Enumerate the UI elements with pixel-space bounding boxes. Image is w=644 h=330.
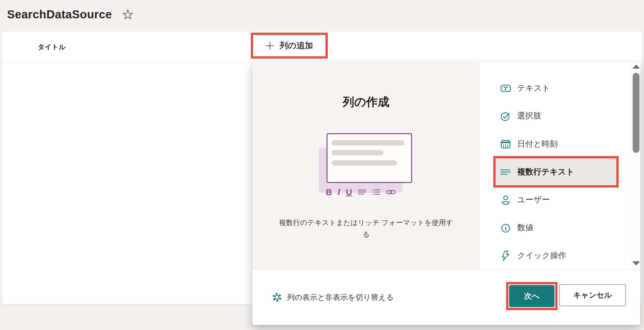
svg-text:1: 1 <box>504 225 507 231</box>
scrollbar-up-arrow-icon[interactable] <box>632 65 640 69</box>
underline-icon: U <box>346 188 352 196</box>
create-column-flyout: 列の作成 B I U <box>252 62 640 325</box>
column-type-label: 選択肢 <box>517 110 541 121</box>
formatting-toolbar-illustration: B I U <box>326 186 396 198</box>
type-list-scrollbar[interactable] <box>632 62 640 269</box>
date-time-icon <box>500 138 511 150</box>
bold-icon: B <box>326 188 332 196</box>
column-type-item-date-time[interactable]: 日付と時刻 <box>480 130 621 158</box>
number-icon: 1 <box>500 222 511 233</box>
user-icon <box>500 194 511 205</box>
column-type-description: 複数行のテキストまたはリッチ フォーマットを使用す る <box>252 217 480 240</box>
column-type-list: テキスト 選択肢 <box>480 62 640 269</box>
scrollbar-down-arrow-icon[interactable] <box>632 261 640 265</box>
link-icon <box>386 188 396 196</box>
cancel-button[interactable]: キャンセル <box>559 284 626 306</box>
column-type-label: 数値 <box>517 222 533 233</box>
column-type-label: 日付と時刻 <box>517 138 558 150</box>
placeholder-text-bar <box>332 140 405 146</box>
column-type-label: テキスト <box>517 83 550 94</box>
column-type-item-text[interactable]: テキスト <box>480 74 621 102</box>
scrollbar-thumb[interactable] <box>633 73 639 153</box>
column-type-item-user[interactable]: ユーザー <box>480 186 621 214</box>
toggle-column-visibility-label: 列の表示と非表示を切り替える <box>287 292 394 303</box>
column-type-label: 複数行テキスト <box>517 166 574 177</box>
quick-actions-icon <box>500 250 511 261</box>
flyout-main-area: 列の作成 B I U <box>252 62 480 269</box>
gear-icon <box>271 292 283 303</box>
page-title: SearchDataSource <box>7 8 112 21</box>
flyout-footer: 列の表示と非表示を切り替える 次へ キャンセル <box>252 269 640 325</box>
placeholder-text-bar <box>332 150 384 155</box>
column-type-label: クイック操作 <box>517 250 566 261</box>
column-type-item-choice[interactable]: 選択肢 <box>480 102 621 130</box>
plus-icon <box>266 41 274 50</box>
italic-icon: I <box>337 188 341 196</box>
placeholder-text-bar <box>332 160 397 166</box>
app-root: SearchDataSource タイトル 列の追加 列の作成 <box>0 0 644 330</box>
illustration-text-card <box>327 133 412 183</box>
column-type-item-number[interactable]: 1 数値 <box>480 214 621 242</box>
text-icon <box>500 83 511 94</box>
choice-icon <box>500 110 511 121</box>
multiline-text-icon <box>500 166 511 177</box>
column-type-item-multiline-text-selected[interactable]: 複数行テキスト <box>493 156 619 187</box>
align-text-icon <box>357 188 367 196</box>
favorite-star-icon[interactable] <box>122 9 133 20</box>
column-type-label: ユーザー <box>517 194 550 205</box>
bullet-list-icon <box>372 188 381 196</box>
next-button-highlight: 次へ <box>506 282 557 310</box>
column-type-item-quick-actions[interactable]: クイック操作 <box>480 242 621 269</box>
add-column-label: 列の追加 <box>280 40 313 51</box>
column-header-title[interactable]: タイトル <box>38 31 66 62</box>
next-button[interactable]: 次へ <box>509 285 554 307</box>
toggle-column-visibility-button[interactable]: 列の表示と非表示を切り替える <box>271 292 394 303</box>
add-column-button[interactable]: 列の追加 <box>251 33 328 59</box>
